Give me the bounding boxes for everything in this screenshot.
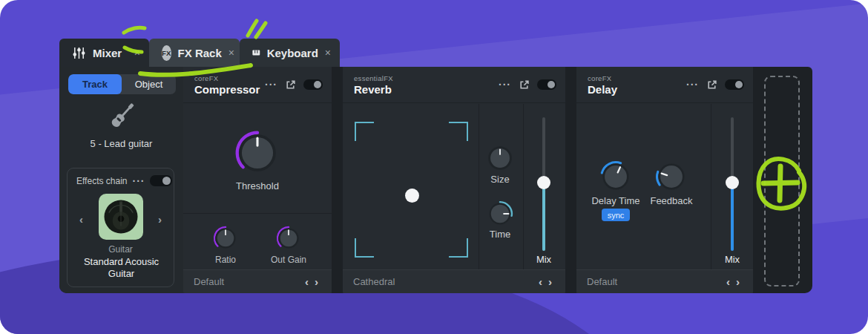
effects-chain-menu-icon[interactable]: ··· [132,177,145,185]
reverb-preset-next-icon[interactable]: › [545,275,555,288]
delay-mix-slider[interactable] [725,117,740,251]
compressor-preset-next-icon[interactable]: › [312,275,321,288]
reverb-menu-icon[interactable]: ··· [499,81,511,88]
reverb-brand: essentialFX [354,74,499,82]
size-label: Size [470,174,530,185]
track-sidebar: Track Object 5 - Lead guitar Effects cha… [59,67,183,293]
track-object-switch: Track Object [68,74,176,94]
time-label: Time [470,229,530,240]
toggle-knob [548,81,555,88]
tab-keyboard-close-icon[interactable]: × [325,47,331,59]
compressor-preset-bar[interactable]: Default ‹ › [183,269,332,293]
compressor-title: Compressor [194,83,265,96]
out-gain-label: Out Gain [251,255,326,265]
size-knob[interactable] [487,145,513,171]
effects-chain-title: Effects chain [76,176,127,186]
delay-preset-name: Default [587,276,723,287]
compressor-preset-prev-icon[interactable]: ‹ [302,275,312,288]
track-segment[interactable]: Track [68,74,122,94]
threshold-knob[interactable] [234,130,280,176]
feedback-label: Feedback [638,195,705,206]
reverb-preset-prev-icon[interactable]: ‹ [536,275,545,288]
tab-mixer[interactable]: Mixer × [59,39,149,67]
out-gain-knob[interactable] [276,226,301,251]
keyboard-icon [252,47,260,59]
sync-button[interactable]: sync [602,209,630,221]
xy-corner-top-left [355,122,374,141]
reverb-preset-bar[interactable]: Cathedral ‹ › [343,269,565,293]
toggle-knob [314,81,321,88]
tab-fx-rack[interactable]: FX FX Rack × [149,39,240,67]
compressor-brand: coreFX [194,74,265,82]
time-knob[interactable] [487,200,513,227]
empty-fx-slot[interactable] [764,76,800,286]
toggle-knob [735,81,743,88]
reverb-preset-name: Cathedral [353,276,536,287]
xy-corner-bottom-right [449,238,468,258]
effects-chain-preset-image[interactable] [99,194,143,240]
track-name: 5 - Lead guitar [59,138,183,149]
ratio-knob[interactable] [213,226,238,251]
effects-chain-card: Effects chain ··· ‹ › Guitar Standard Ac… [67,168,174,287]
tab-mixer-close-icon[interactable]: × [134,47,140,59]
tab-mixer-label: Mixer [93,47,122,59]
reverb-module: essentialFX Reverb ··· [343,67,565,293]
reverb-mix-thumb[interactable] [537,176,550,189]
delay-time-knob[interactable] [599,160,632,193]
fx-rack-icon: FX [162,45,171,61]
effects-chain-toggle[interactable] [150,175,172,186]
xy-pad-handle[interactable] [405,189,419,203]
delay-title: Delay [588,83,686,96]
compressor-popout-icon[interactable] [285,79,296,91]
chain-preset-name: Standard Acousic Guitar [73,256,169,280]
tab-keyboard[interactable]: Keyboard × [240,39,340,67]
reverb-popout-icon[interactable] [519,79,530,91]
delay-preset-next-icon[interactable]: › [733,275,743,288]
chain-prev-icon[interactable]: ‹ [79,213,83,226]
mixer-icon [72,46,86,60]
reverb-enable-toggle[interactable] [537,79,556,90]
xy-corner-top-right [449,122,468,141]
xy-corner-bottom-left [355,238,374,258]
reverb-xy-pad[interactable] [343,104,479,269]
delay-preset-prev-icon[interactable]: ‹ [723,275,733,288]
delay-popout-icon[interactable] [706,79,717,91]
delay-module: coreFX Delay ··· Delay Time sync [576,67,753,293]
reverb-mix-label: Mix [529,254,559,265]
toggle-knob [162,177,171,185]
delay-mix-label: Mix [717,254,747,265]
tab-keyboard-label: Keyboard [267,47,318,59]
delay-mix-thumb[interactable] [726,176,739,189]
tab-fx-rack-label: FX Rack [178,47,222,59]
compressor-enable-toggle[interactable] [303,79,323,90]
threshold-label: Threshold [183,180,332,191]
app-window: Mixer × FX FX Rack × Keyboard × Track Ob… [0,0,868,334]
chain-next-icon[interactable]: › [158,213,162,226]
tab-fx-rack-close-icon[interactable]: × [228,47,234,59]
compressor-module: coreFX Compressor ··· Threshold [183,67,332,293]
compressor-preset-name: Default [194,276,302,287]
delay-menu-icon[interactable]: ··· [686,81,699,88]
compressor-menu-icon[interactable]: ··· [265,81,277,88]
delay-enable-toggle[interactable] [725,79,744,90]
chain-category-label: Guitar [68,244,174,255]
object-segment[interactable]: Object [122,74,176,94]
reverb-mix-slider[interactable] [536,117,551,251]
reverb-title: Reverb [354,83,499,96]
delay-brand: coreFX [588,74,686,82]
delay-preset-bar[interactable]: Default ‹ › [576,269,753,293]
feedback-knob[interactable] [655,160,688,193]
electric-guitar-icon [104,99,139,134]
acoustic-guitar-image [101,197,141,237]
